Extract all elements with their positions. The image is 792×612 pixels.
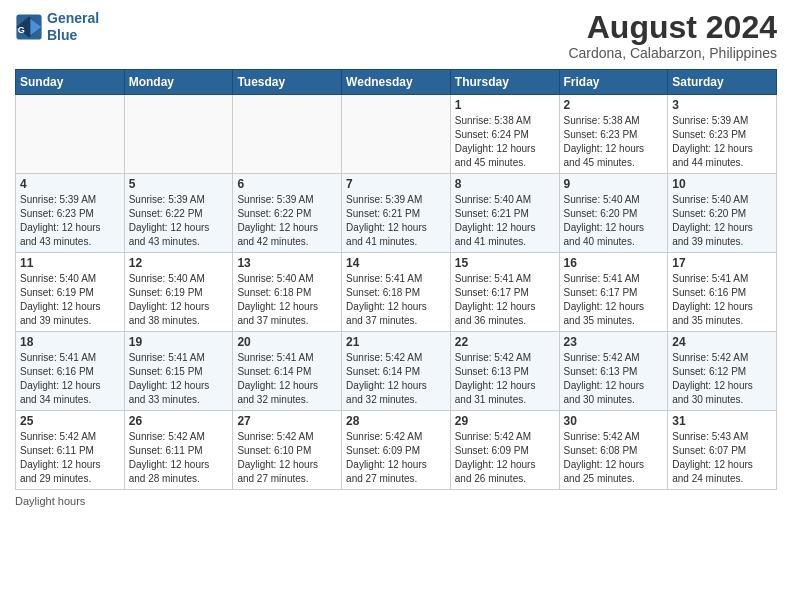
day-number: 12 <box>129 256 229 270</box>
day-info: Sunrise: 5:39 AM Sunset: 6:21 PM Dayligh… <box>346 193 446 249</box>
day-info: Sunrise: 5:39 AM Sunset: 6:23 PM Dayligh… <box>20 193 120 249</box>
day-info: Sunrise: 5:39 AM Sunset: 6:22 PM Dayligh… <box>237 193 337 249</box>
calendar-cell: 3Sunrise: 5:39 AM Sunset: 6:23 PM Daylig… <box>668 95 777 174</box>
day-number: 22 <box>455 335 555 349</box>
calendar-cell: 31Sunrise: 5:43 AM Sunset: 6:07 PM Dayli… <box>668 411 777 490</box>
day-info: Sunrise: 5:40 AM Sunset: 6:18 PM Dayligh… <box>237 272 337 328</box>
day-info: Sunrise: 5:42 AM Sunset: 6:11 PM Dayligh… <box>129 430 229 486</box>
svg-text:G: G <box>18 24 25 34</box>
day-number: 9 <box>564 177 664 191</box>
calendar-cell: 20Sunrise: 5:41 AM Sunset: 6:14 PM Dayli… <box>233 332 342 411</box>
day-info: Sunrise: 5:40 AM Sunset: 6:20 PM Dayligh… <box>672 193 772 249</box>
day-info: Sunrise: 5:39 AM Sunset: 6:22 PM Dayligh… <box>129 193 229 249</box>
calendar-cell: 24Sunrise: 5:42 AM Sunset: 6:12 PM Dayli… <box>668 332 777 411</box>
logo-line1: General <box>47 10 99 26</box>
calendar-cell: 9Sunrise: 5:40 AM Sunset: 6:20 PM Daylig… <box>559 174 668 253</box>
calendar-week-row: 4Sunrise: 5:39 AM Sunset: 6:23 PM Daylig… <box>16 174 777 253</box>
calendar-cell: 21Sunrise: 5:42 AM Sunset: 6:14 PM Dayli… <box>342 332 451 411</box>
day-info: Sunrise: 5:41 AM Sunset: 6:16 PM Dayligh… <box>20 351 120 407</box>
calendar-cell: 19Sunrise: 5:41 AM Sunset: 6:15 PM Dayli… <box>124 332 233 411</box>
calendar-cell: 17Sunrise: 5:41 AM Sunset: 6:16 PM Dayli… <box>668 253 777 332</box>
day-number: 4 <box>20 177 120 191</box>
weekday-header-monday: Monday <box>124 70 233 95</box>
title-block: August 2024 Cardona, Calabarzon, Philipp… <box>568 10 777 61</box>
day-number: 16 <box>564 256 664 270</box>
location: Cardona, Calabarzon, Philippines <box>568 45 777 61</box>
calendar-cell: 29Sunrise: 5:42 AM Sunset: 6:09 PM Dayli… <box>450 411 559 490</box>
calendar-cell <box>16 95 125 174</box>
day-number: 3 <box>672 98 772 112</box>
calendar-cell: 25Sunrise: 5:42 AM Sunset: 6:11 PM Dayli… <box>16 411 125 490</box>
calendar-cell: 7Sunrise: 5:39 AM Sunset: 6:21 PM Daylig… <box>342 174 451 253</box>
month-title: August 2024 <box>568 10 777 45</box>
calendar-week-row: 11Sunrise: 5:40 AM Sunset: 6:19 PM Dayli… <box>16 253 777 332</box>
calendar-cell: 18Sunrise: 5:41 AM Sunset: 6:16 PM Dayli… <box>16 332 125 411</box>
day-info: Sunrise: 5:41 AM Sunset: 6:17 PM Dayligh… <box>455 272 555 328</box>
day-number: 5 <box>129 177 229 191</box>
day-info: Sunrise: 5:40 AM Sunset: 6:19 PM Dayligh… <box>129 272 229 328</box>
day-info: Sunrise: 5:41 AM Sunset: 6:14 PM Dayligh… <box>237 351 337 407</box>
day-number: 8 <box>455 177 555 191</box>
footer-note: Daylight hours <box>15 495 777 507</box>
logo-icon: G <box>15 13 43 41</box>
day-number: 19 <box>129 335 229 349</box>
weekday-header-saturday: Saturday <box>668 70 777 95</box>
day-info: Sunrise: 5:41 AM Sunset: 6:16 PM Dayligh… <box>672 272 772 328</box>
day-info: Sunrise: 5:42 AM Sunset: 6:11 PM Dayligh… <box>20 430 120 486</box>
day-info: Sunrise: 5:42 AM Sunset: 6:10 PM Dayligh… <box>237 430 337 486</box>
day-number: 24 <box>672 335 772 349</box>
day-number: 29 <box>455 414 555 428</box>
day-number: 27 <box>237 414 337 428</box>
calendar-cell <box>342 95 451 174</box>
day-info: Sunrise: 5:38 AM Sunset: 6:23 PM Dayligh… <box>564 114 664 170</box>
calendar-cell: 11Sunrise: 5:40 AM Sunset: 6:19 PM Dayli… <box>16 253 125 332</box>
day-info: Sunrise: 5:42 AM Sunset: 6:14 PM Dayligh… <box>346 351 446 407</box>
calendar-cell: 6Sunrise: 5:39 AM Sunset: 6:22 PM Daylig… <box>233 174 342 253</box>
calendar-cell: 26Sunrise: 5:42 AM Sunset: 6:11 PM Dayli… <box>124 411 233 490</box>
day-info: Sunrise: 5:40 AM Sunset: 6:19 PM Dayligh… <box>20 272 120 328</box>
day-info: Sunrise: 5:42 AM Sunset: 6:13 PM Dayligh… <box>564 351 664 407</box>
day-number: 30 <box>564 414 664 428</box>
day-info: Sunrise: 5:42 AM Sunset: 6:12 PM Dayligh… <box>672 351 772 407</box>
day-info: Sunrise: 5:43 AM Sunset: 6:07 PM Dayligh… <box>672 430 772 486</box>
day-number: 6 <box>237 177 337 191</box>
day-info: Sunrise: 5:40 AM Sunset: 6:21 PM Dayligh… <box>455 193 555 249</box>
weekday-header-friday: Friday <box>559 70 668 95</box>
day-number: 2 <box>564 98 664 112</box>
day-info: Sunrise: 5:39 AM Sunset: 6:23 PM Dayligh… <box>672 114 772 170</box>
calendar-cell: 8Sunrise: 5:40 AM Sunset: 6:21 PM Daylig… <box>450 174 559 253</box>
calendar-cell: 4Sunrise: 5:39 AM Sunset: 6:23 PM Daylig… <box>16 174 125 253</box>
calendar-table: SundayMondayTuesdayWednesdayThursdayFrid… <box>15 69 777 490</box>
logo-text: General Blue <box>47 10 99 44</box>
day-number: 10 <box>672 177 772 191</box>
day-number: 17 <box>672 256 772 270</box>
calendar-page: G General Blue August 2024 Cardona, Cala… <box>0 0 792 612</box>
calendar-week-row: 1Sunrise: 5:38 AM Sunset: 6:24 PM Daylig… <box>16 95 777 174</box>
day-number: 7 <box>346 177 446 191</box>
day-number: 31 <box>672 414 772 428</box>
page-header: G General Blue August 2024 Cardona, Cala… <box>15 10 777 61</box>
day-number: 21 <box>346 335 446 349</box>
day-number: 15 <box>455 256 555 270</box>
day-info: Sunrise: 5:40 AM Sunset: 6:20 PM Dayligh… <box>564 193 664 249</box>
day-number: 11 <box>20 256 120 270</box>
weekday-header-tuesday: Tuesday <box>233 70 342 95</box>
calendar-cell: 13Sunrise: 5:40 AM Sunset: 6:18 PM Dayli… <box>233 253 342 332</box>
weekday-header-thursday: Thursday <box>450 70 559 95</box>
calendar-cell: 1Sunrise: 5:38 AM Sunset: 6:24 PM Daylig… <box>450 95 559 174</box>
logo-line2: Blue <box>47 27 77 43</box>
day-number: 25 <box>20 414 120 428</box>
day-number: 13 <box>237 256 337 270</box>
weekday-header-row: SundayMondayTuesdayWednesdayThursdayFrid… <box>16 70 777 95</box>
calendar-cell: 22Sunrise: 5:42 AM Sunset: 6:13 PM Dayli… <box>450 332 559 411</box>
calendar-cell: 27Sunrise: 5:42 AM Sunset: 6:10 PM Dayli… <box>233 411 342 490</box>
day-info: Sunrise: 5:42 AM Sunset: 6:09 PM Dayligh… <box>455 430 555 486</box>
calendar-cell: 15Sunrise: 5:41 AM Sunset: 6:17 PM Dayli… <box>450 253 559 332</box>
weekday-header-wednesday: Wednesday <box>342 70 451 95</box>
day-info: Sunrise: 5:42 AM Sunset: 6:08 PM Dayligh… <box>564 430 664 486</box>
calendar-cell: 30Sunrise: 5:42 AM Sunset: 6:08 PM Dayli… <box>559 411 668 490</box>
calendar-cell: 5Sunrise: 5:39 AM Sunset: 6:22 PM Daylig… <box>124 174 233 253</box>
calendar-cell: 2Sunrise: 5:38 AM Sunset: 6:23 PM Daylig… <box>559 95 668 174</box>
calendar-cell: 23Sunrise: 5:42 AM Sunset: 6:13 PM Dayli… <box>559 332 668 411</box>
day-number: 18 <box>20 335 120 349</box>
